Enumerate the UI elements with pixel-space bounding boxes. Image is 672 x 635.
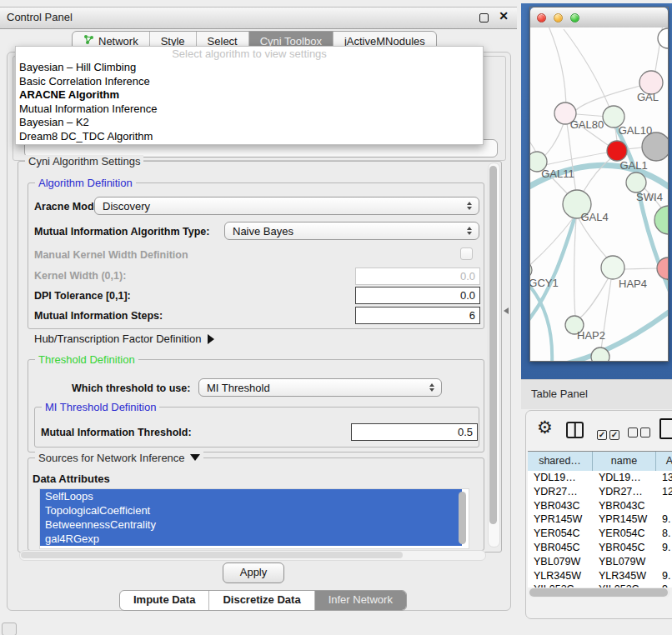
settings-horizontal-scrollbar[interactable] xyxy=(19,550,486,561)
node-label-gal: GAL xyxy=(637,91,659,103)
mi-threshold-field[interactable]: 0.5 xyxy=(351,423,478,441)
node-label-gal1: GAL1 xyxy=(619,159,647,172)
settings-vertical-scrollbar[interactable] xyxy=(488,162,500,548)
manual-kernel-width-label: Manual Kernel Width Definition xyxy=(34,249,188,261)
columns-icon[interactable] xyxy=(566,422,584,438)
algorithm-option-bayesian-k2[interactable]: Bayesian – K2 xyxy=(16,116,483,130)
splitter-resize-icon[interactable] xyxy=(504,308,509,314)
mi-steps-label: Mutual Information Steps: xyxy=(34,310,163,322)
gear-icon[interactable]: ⚙ xyxy=(537,418,553,438)
table-row[interactable]: YPR145WYPR145W9. xyxy=(528,512,672,527)
disclosure-collapsed-icon xyxy=(208,334,214,344)
algorithm-option-basic-correlation-inference[interactable]: Basic Correlation Inference xyxy=(16,75,483,89)
algorithm-option-bayesian-hill-climbing[interactable]: Bayesian – Hill Climbing xyxy=(16,61,483,75)
table-row[interactable]: YDL19…YDL19…13 xyxy=(528,471,672,485)
table-panel-title: Table Panel xyxy=(531,388,588,400)
sources-title: Sources for Network Inference xyxy=(35,452,203,464)
table-cell: 9. xyxy=(656,541,672,555)
zoom-traffic-light-icon[interactable] xyxy=(570,13,579,22)
network-node-swi4[interactable] xyxy=(626,172,646,192)
hub-definition-disclosure[interactable]: Hub/Transcription Factor Definition xyxy=(34,332,214,345)
table-cell: YBL079W xyxy=(593,555,656,569)
combo-spinner-icon xyxy=(467,202,472,210)
mi-algorithm-type-combo[interactable]: Naive Bayes xyxy=(224,222,479,240)
attribute-item-gal4rgexp[interactable]: gal4RGexp xyxy=(40,532,462,546)
table-horizontal-scrollbar[interactable] xyxy=(529,588,670,598)
aracne-mode-label: Aracne Mode: xyxy=(34,201,103,212)
table-cell xyxy=(656,555,672,569)
node-label-hap4: HAP4 xyxy=(619,278,647,290)
attribute-item-betweennesscentrality[interactable]: BetweennessCentrality xyxy=(40,518,462,532)
which-threshold-label: Which threshold to use: xyxy=(72,382,190,394)
table-cell: YDR27… xyxy=(528,485,593,499)
kernel-width-label: Kernel Width (0,1): xyxy=(34,270,126,282)
dpi-tolerance-field[interactable]: 0.0 xyxy=(355,287,480,304)
network-node-gal1[interactable] xyxy=(607,141,627,161)
aracne-mode-combo[interactable]: Discovery xyxy=(94,197,479,215)
table-row[interactable]: YBL079WYBL079W xyxy=(528,555,672,569)
network-window: GALGAL80GAL10GAL1GAL11SWI4GAL4GCY1HAP4YH… xyxy=(529,7,669,362)
algorithm-definition-title: Algorithm Definition xyxy=(35,177,136,189)
kernel-width-field[interactable]: 0.0 xyxy=(355,268,480,285)
network-node-hap4[interactable] xyxy=(601,256,624,279)
tab-discretize-data[interactable]: Discretize Data xyxy=(209,591,314,610)
table-cell: YBR043C xyxy=(593,499,656,513)
column-header-shared-[interactable]: shared… xyxy=(528,452,593,472)
table-cell: YBR045C xyxy=(528,541,593,555)
network-window-titlebar[interactable] xyxy=(530,8,668,28)
document-icon[interactable] xyxy=(659,418,672,439)
column-header-a[interactable]: A xyxy=(656,452,672,472)
manual-kernel-width-checkbox[interactable] xyxy=(460,248,473,260)
which-threshold-value: MI Threshold xyxy=(207,382,270,394)
table-row[interactable]: YDR27…YDR27…12 xyxy=(528,485,672,499)
column-header-name[interactable]: name xyxy=(593,452,656,472)
tab-infer-network[interactable]: Infer Network xyxy=(315,591,406,610)
network-node[interactable] xyxy=(591,348,609,361)
algorithm-option-dream8-dc-tdc-algorithm[interactable]: Dream8 DC_TDC Algorithm xyxy=(16,130,483,144)
table-row[interactable]: YBR045CYBR045C9. xyxy=(528,541,672,555)
select-all-checkboxes-icon[interactable]: ✓✓ xyxy=(597,426,622,441)
network-canvas[interactable]: GALGAL80GAL10GAL1GAL11SWI4GAL4GCY1HAP4YH… xyxy=(530,28,668,361)
scrollbar-thumb[interactable] xyxy=(489,166,497,524)
table-cell: YDR27… xyxy=(593,485,656,499)
mi-steps-field[interactable]: 6 xyxy=(355,307,480,324)
which-threshold-combo[interactable]: MI Threshold xyxy=(198,378,442,397)
attribute-item-selfloops[interactable]: SelfLoops xyxy=(40,489,462,503)
table-cell: 8. xyxy=(656,527,672,541)
screenshot-root: Control Panel ✕ NetworkStyleSelectCyni T… xyxy=(0,0,672,635)
node-label-gal11: GAL11 xyxy=(541,168,574,180)
algorithm-option-aracne-algorithm[interactable]: ARACNE Algorithm xyxy=(16,88,483,102)
node-label-swi4: SWI4 xyxy=(636,191,663,203)
apply-button[interactable]: Apply xyxy=(223,562,284,583)
table-cell: 9. xyxy=(656,569,672,583)
table-cell: YPR145W xyxy=(528,512,593,527)
network-node[interactable] xyxy=(642,132,668,161)
node-label-gal10: GAL10 xyxy=(619,124,652,137)
deselect-all-checkboxes-icon[interactable] xyxy=(628,426,653,441)
aracne-mode-value: Discovery xyxy=(103,200,150,212)
table-cell: YBL079W xyxy=(528,555,593,569)
table-cell: YDL19… xyxy=(593,471,656,485)
scrollbar-thumb[interactable] xyxy=(21,552,403,558)
table-row[interactable]: YBR043CYBR043C xyxy=(528,499,672,513)
table-row[interactable]: YER054CYER054C8. xyxy=(528,527,672,541)
mi-algorithm-type-label: Mutual Information Algorithm Type: xyxy=(34,226,209,238)
network-node[interactable] xyxy=(654,206,668,234)
float-window-icon[interactable] xyxy=(479,13,489,22)
tab-impute-data[interactable]: Impute Data xyxy=(120,591,209,610)
table-row[interactable]: YLR345WYLR345W9. xyxy=(528,569,672,583)
attribute-item-topologicalcoefficient[interactable]: TopologicalCoefficient xyxy=(40,503,462,518)
mi-algorithm-type-value: Naive Bayes xyxy=(233,225,293,238)
close-traffic-light-icon[interactable] xyxy=(537,13,546,22)
dpi-tolerance-label: DPI Tolerance [0,1]: xyxy=(34,290,131,302)
mi-threshold-group-title: MI Threshold Definition xyxy=(42,401,159,413)
algorithm-option-mutual-information-inference[interactable]: Mutual Information Inference xyxy=(16,102,483,117)
mi-threshold-label: Mutual Information Threshold: xyxy=(41,427,192,438)
corner-grip-icon[interactable] xyxy=(2,622,17,635)
scrollbar-thumb[interactable] xyxy=(529,588,668,597)
minimize-traffic-light-icon[interactable] xyxy=(554,13,563,22)
close-icon[interactable]: ✕ xyxy=(499,9,509,22)
list-scrollbar[interactable] xyxy=(459,492,466,544)
combo-spinner-icon xyxy=(429,383,434,392)
data-attributes-list: SelfLoopsTopologicalCoefficientBetweenne… xyxy=(39,488,469,549)
